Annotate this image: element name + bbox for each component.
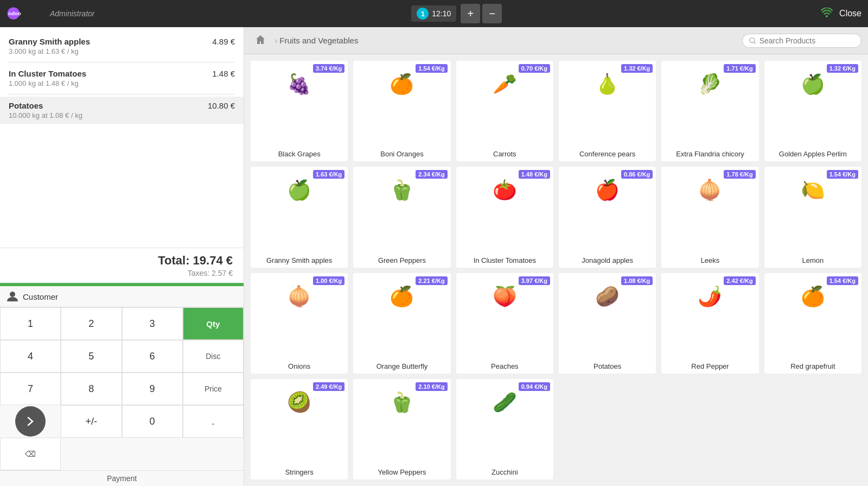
key-9[interactable]: 9 [122,373,183,405]
product-card[interactable]: 1.08 €/Kg 🥔 Potatoes [559,273,656,374]
product-name: Onions [288,362,310,370]
order-divider [9,94,235,94]
numpad-top: Customer [0,286,244,307]
product-emoji: 🍊 [801,285,825,308]
product-card[interactable]: 3.74 €/Kg 🍇 Black Grapes [251,61,348,161]
product-card[interactable]: 1.54 €/Kg 🍊 Red grapefruit [764,273,861,374]
product-card[interactable]: 3.97 €/Kg 🍑 Peaches [456,273,553,374]
product-card[interactable]: 1.54 €/Kg 🍋 Lemon [764,167,861,267]
payment-label: Payment [107,474,137,483]
price-badge: 3.97 €/Kg [519,276,550,285]
admin-label: Administrator [50,9,94,18]
product-card[interactable]: 0.70 €/Kg 🥕 Carrots [456,61,553,161]
product-name: Golden Apples Perlim [779,150,847,158]
price-badge: 1.00 €/Kg [313,276,344,285]
key-plusminus[interactable]: +/- [61,405,122,438]
product-name: Green Peppers [378,256,426,264]
topbar: odoo Administrator 1 12:10 + − Close [0,0,868,27]
remove-order-button[interactable]: − [482,4,502,23]
product-name: Stringers [285,468,314,476]
order-tab: 1 12:10 [411,5,456,22]
price-badge: 1.48 €/Kg [519,170,550,179]
order-item[interactable]: In Cluster Tomatoes 1.48 € 1.000 kg at 1… [0,65,244,92]
product-name: Red grapefruit [790,362,835,370]
key-8[interactable]: 8 [61,373,122,405]
product-card[interactable]: 2.42 €/Kg 🌶️ Red Pepper [661,273,758,374]
product-card[interactable]: 1.00 €/Kg 🧅 Onions [251,273,348,374]
price-badge: 1.32 €/Kg [827,64,858,73]
product-emoji: 🍑 [493,285,517,308]
price-badge: 0.94 €/Kg [519,382,550,391]
price-badge: 1.32 €/Kg [621,64,653,73]
product-name: Zucchini [492,468,518,476]
svg-line-5 [754,42,756,43]
price-button[interactable]: Price [183,373,244,405]
add-order-button[interactable]: + [461,4,480,23]
product-name: Potatoes [593,362,621,370]
product-emoji: 🥕 [493,73,517,96]
item-name: Granny Smith apples [9,37,90,46]
key-4[interactable]: 4 [0,340,61,373]
price-badge: 0.86 €/Kg [621,170,653,179]
payment-circle-cell[interactable] [0,405,61,438]
price-badge: 1.54 €/Kg [827,170,858,179]
item-detail: 1.000 kg at 1.48 € / kg [9,79,235,87]
product-card[interactable]: 0.94 €/Kg 🥒 Zucchini [456,379,553,479]
product-card[interactable]: 2.34 €/Kg 🫑 Green Peppers [353,167,450,267]
customer-button[interactable]: Customer [7,291,237,302]
product-card[interactable]: 1.32 €/Kg 🍐 Conference pears [559,61,656,161]
product-card[interactable]: 1.78 €/Kg 🧅 Leeks [661,167,758,267]
product-card[interactable]: 0.86 €/Kg 🍎 Jonagold apples [559,167,656,267]
product-card[interactable]: 1.71 €/Kg 🥬 Extra Flandria chicory [661,61,758,161]
order-item[interactable]: Granny Smith apples 4.89 € 3.000 kg at 1… [0,33,244,60]
total-amount: Total: 19.74 € [11,254,233,268]
product-card[interactable]: 2.10 €/Kg 🫑 Yellow Peppers [353,379,450,479]
price-badge: 1.08 €/Kg [621,276,653,285]
product-name: Boni Oranges [380,150,424,158]
key-6[interactable]: 6 [122,340,183,373]
order-time: 12:10 [432,9,451,18]
svg-point-4 [750,37,755,42]
price-badge: 2.49 €/Kg [313,382,344,391]
price-badge: 2.10 €/Kg [416,382,447,391]
key-dot[interactable]: . [183,405,244,438]
product-card[interactable]: 1.63 €/Kg 🍏 Granny Smith apples [251,167,348,267]
product-emoji: 🍏 [801,73,825,96]
product-emoji: 🍐 [595,73,620,96]
product-name: Orange Butterfly [376,362,428,370]
item-name: In Cluster Tomatoes [9,69,86,78]
order-item[interactable]: Potatoes 10.80 € 10.000 kg at 1.08 € / k… [0,97,244,124]
numpad-grid: 1 2 3 Qty 4 5 6 Disc 7 8 9 Price [0,307,244,470]
svg-point-2 [826,15,828,17]
product-emoji: 🍊 [390,285,414,308]
search-input[interactable] [760,36,854,45]
product-card[interactable]: 1.32 €/Kg 🍏 Golden Apples Perlim [764,61,861,161]
key-3[interactable]: 3 [122,307,183,340]
product-card[interactable]: 1.48 €/Kg 🍅 In Cluster Tomatoes [456,167,553,267]
backspace-button[interactable]: ⌫ [0,438,61,470]
home-button[interactable] [251,32,270,49]
product-card[interactable]: 1.54 €/Kg 🍊 Boni Oranges [353,61,450,161]
product-emoji: 🥝 [287,391,311,414]
product-emoji: 🌶️ [698,285,722,308]
key-7[interactable]: 7 [0,373,61,405]
key-5[interactable]: 5 [61,340,122,373]
product-card[interactable]: 2.49 €/Kg 🥝 Stringers [251,379,348,479]
breadcrumb-bar: › Fruits and Vegetables [244,27,868,54]
close-button[interactable]: Close [839,9,861,18]
svg-point-3 [10,292,15,297]
product-name: Granny Smith apples [266,256,332,264]
chevron-right-icon [25,416,35,426]
qty-button[interactable]: Qty [183,307,244,340]
item-detail: 3.000 kg at 1.63 € / kg [9,47,235,55]
product-emoji: 🥬 [698,73,722,96]
totals-section: Total: 19.74 € Taxes: 2.57 € [0,248,244,283]
breadcrumb-category: Fruits and Vegetables [279,36,358,45]
payment-button[interactable] [15,406,46,437]
numpad-area: Customer 1 2 3 Qty 4 5 6 Disc 7 8 9 Pric… [0,286,244,486]
key-2[interactable]: 2 [61,307,122,340]
key-0[interactable]: 0 [122,405,183,438]
disc-button[interactable]: Disc [183,340,244,373]
product-card[interactable]: 2.21 €/Kg 🍊 Orange Butterfly [353,273,450,374]
key-1[interactable]: 1 [0,307,61,340]
